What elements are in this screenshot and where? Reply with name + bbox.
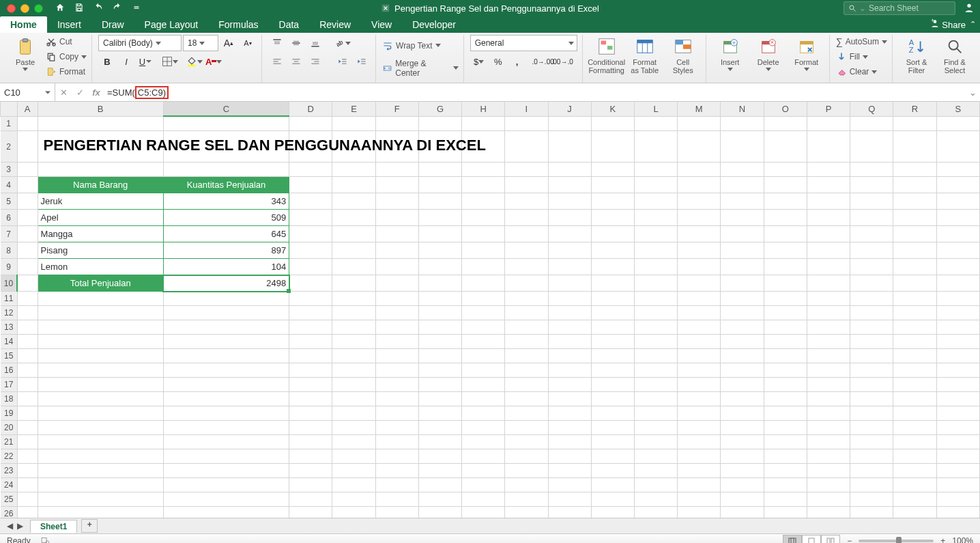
cell-L9[interactable] [634,259,677,275]
cell-L5[interactable] [634,193,677,210]
row-header-22[interactable]: 22 [1,449,18,464]
cell-M15[interactable] [678,349,721,363]
cell-M7[interactable] [678,226,721,242]
cell-Q26[interactable] [850,507,893,518]
cell-Q15[interactable] [850,349,893,363]
cell-J5[interactable] [548,193,591,210]
cell-R3[interactable] [893,163,936,177]
cell-C23[interactable] [163,464,289,478]
underline-button[interactable]: U [136,53,154,70]
cell-C20[interactable] [163,421,289,435]
cell-C6[interactable]: 509 [163,210,289,226]
cell-J21[interactable] [548,435,591,449]
cell-H15[interactable] [462,349,505,363]
cell-R8[interactable] [893,242,936,259]
cell-D20[interactable] [289,421,332,435]
zoom-window-button[interactable] [34,4,43,13]
sheet-nav-next-button[interactable]: ▶ [17,521,23,531]
cell-E16[interactable] [332,363,375,378]
cell-H17[interactable] [462,378,505,392]
cell-O23[interactable] [764,464,807,478]
cell-G8[interactable] [418,242,461,259]
cell-D22[interactable] [289,449,332,464]
cell-R4[interactable] [893,177,936,193]
cell-L20[interactable] [634,421,677,435]
copy-button[interactable]: Copy [46,50,87,64]
ribbon-tab-insert[interactable]: Insert [47,16,91,33]
cell-E10[interactable] [332,275,375,292]
cell-O24[interactable] [764,478,807,492]
cell-S26[interactable] [936,507,979,518]
cell-P6[interactable] [807,210,850,226]
number-format-select[interactable]: General [470,35,577,51]
cell-I20[interactable] [505,421,548,435]
cell-A22[interactable] [17,449,38,464]
cell-K7[interactable] [591,226,634,242]
cell-N21[interactable] [721,435,764,449]
cell-P4[interactable] [807,177,850,193]
cell-C7[interactable]: 645 [163,226,289,242]
cell-L1[interactable] [634,116,677,131]
col-header-A[interactable]: A [17,102,38,116]
cell-N7[interactable] [721,226,764,242]
cell-F24[interactable] [375,478,418,492]
delete-cells-button[interactable]: ×Delete [751,35,786,80]
cell-S14[interactable] [936,335,979,349]
cell-S22[interactable] [936,449,979,464]
cell-F20[interactable] [375,421,418,435]
sheet-tab-sheet1[interactable]: Sheet1 [30,520,77,533]
cell-D24[interactable] [289,478,332,492]
cell-R1[interactable] [893,116,936,131]
cell-M19[interactable] [678,406,721,421]
cell-J2[interactable] [548,131,591,163]
col-header-L[interactable]: L [634,102,677,116]
col-header-I[interactable]: I [505,102,548,116]
col-header-H[interactable]: H [462,102,505,116]
cell-S12[interactable] [936,306,979,320]
qat-customize-icon[interactable] [132,3,141,14]
cell-L10[interactable] [634,275,677,292]
cell-Q14[interactable] [850,335,893,349]
cell-D17[interactable] [289,378,332,392]
cell-R22[interactable] [893,449,936,464]
cell-H5[interactable] [462,193,505,210]
cell-P20[interactable] [807,421,850,435]
cell-A21[interactable] [17,435,38,449]
cell-G25[interactable] [418,492,461,507]
cell-E20[interactable] [332,421,375,435]
cell-Q4[interactable] [850,177,893,193]
cell-K25[interactable] [591,492,634,507]
cell-A25[interactable] [17,492,38,507]
cell-S24[interactable] [936,478,979,492]
cell-S5[interactable] [936,193,979,210]
cell-O5[interactable] [764,193,807,210]
col-header-N[interactable]: N [721,102,764,116]
paste-button[interactable]: Paste [8,35,43,80]
cell-B1[interactable] [38,116,163,131]
row-header-26[interactable]: 26 [1,507,18,518]
cell-M17[interactable] [678,378,721,392]
cell-K15[interactable] [591,349,634,363]
cell-I21[interactable] [505,435,548,449]
ribbon-tab-formulas[interactable]: Formulas [208,16,268,33]
cell-F1[interactable] [375,116,418,131]
cell-H11[interactable] [462,292,505,306]
cell-A20[interactable] [17,421,38,435]
cell-J23[interactable] [548,464,591,478]
ribbon-tab-view[interactable]: View [361,16,402,33]
cell-C5[interactable]: 343 [163,193,289,210]
cell-D13[interactable] [289,320,332,335]
cell-A24[interactable] [17,478,38,492]
cell-N17[interactable] [721,378,764,392]
cell-P16[interactable] [807,363,850,378]
cell-J1[interactable] [548,116,591,131]
cell-O2[interactable] [764,131,807,163]
cell-B22[interactable] [38,449,163,464]
cell-N18[interactable] [721,392,764,406]
row-header-21[interactable]: 21 [1,435,18,449]
cell-L19[interactable] [634,406,677,421]
cell-M3[interactable] [678,163,721,177]
cell-N4[interactable] [721,177,764,193]
cell-F9[interactable] [375,259,418,275]
cell-L26[interactable] [634,507,677,518]
